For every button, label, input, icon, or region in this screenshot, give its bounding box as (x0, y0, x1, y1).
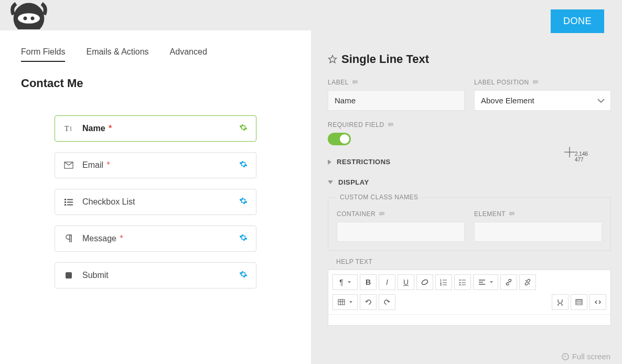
field-label: Name * (82, 124, 239, 133)
form-builder-panel: Form Fields Emails & Actions Advanced Co… (0, 30, 311, 364)
container-class-input[interactable] (337, 222, 465, 242)
svg-rect-7 (65, 199, 66, 200)
required-toggle[interactable] (328, 133, 351, 145)
svg-point-22 (459, 280, 460, 281)
paragraph-icon (63, 233, 74, 244)
field-label: Email * (82, 160, 239, 170)
envelope-icon (63, 160, 74, 170)
svg-point-26 (459, 284, 460, 285)
svg-text:T: T (65, 125, 69, 133)
unlink-button[interactable] (519, 274, 536, 290)
help-icon (509, 211, 515, 217)
editor-content[interactable] (328, 315, 610, 325)
help-icon (388, 122, 394, 127)
done-button[interactable]: DONE (551, 9, 604, 33)
field-row[interactable]: Submit (55, 262, 256, 288)
help-text-editor: ¶ B I U 123 (328, 270, 611, 326)
field-row[interactable]: TName * (55, 115, 256, 142)
display-section[interactable]: DISPLAY (328, 178, 611, 186)
tabs: Form Fields Emails & Actions Advanced (21, 47, 290, 62)
form-title: Contact Me (21, 77, 290, 90)
help-text-heading: HELP TEXT (328, 258, 611, 265)
svg-point-1 (18, 13, 40, 24)
field-settings-gear-icon[interactable] (239, 233, 248, 244)
svg-marker-14 (329, 56, 337, 63)
text-icon: T (63, 123, 74, 134)
required-heading: REQUIRED FIELD (328, 121, 611, 129)
expand-icon (328, 159, 331, 165)
field-label: Checkbox List (82, 197, 239, 207)
bold-button[interactable]: B (360, 274, 377, 290)
tab-emails-actions[interactable]: Emails & Actions (86, 47, 148, 62)
favorite-star-icon[interactable] (328, 55, 337, 64)
field-settings-gear-icon[interactable] (239, 270, 248, 281)
code-button[interactable] (589, 294, 606, 310)
tab-form-fields[interactable]: Form Fields (21, 47, 65, 62)
label-position-select[interactable]: Above Element (474, 90, 611, 111)
svg-point-24 (459, 282, 460, 283)
list-icon (63, 197, 74, 207)
element-class-input[interactable] (474, 222, 602, 242)
collapse-icon (328, 180, 333, 184)
field-label: Submit (82, 271, 239, 280)
svg-rect-9 (65, 201, 66, 203)
svg-point-3 (31, 17, 35, 20)
unordered-list-button[interactable] (454, 274, 471, 290)
plus-circle-icon: + (562, 353, 569, 360)
fullscreen-toggle[interactable]: + Full screen (562, 352, 610, 361)
field-settings-gear-icon[interactable] (239, 160, 248, 170)
svg-rect-11 (65, 204, 66, 206)
link-button[interactable] (500, 274, 517, 290)
field-label: Message * (82, 234, 239, 243)
help-icon (379, 211, 385, 217)
redo-button[interactable] (379, 294, 395, 310)
label-input[interactable] (328, 90, 465, 111)
label-position-heading: LABEL POSITION (474, 79, 611, 86)
italic-button[interactable]: I (379, 274, 395, 290)
merge-tag-button[interactable] (552, 294, 569, 310)
field-settings-gear-icon[interactable] (239, 123, 248, 134)
source-button[interactable] (571, 294, 587, 310)
clear-format-button[interactable] (416, 274, 433, 290)
help-icon (352, 80, 358, 85)
field-settings-panel: Single Line Text LABEL LABEL POSITION Ab… (328, 52, 611, 326)
svg-rect-32 (338, 299, 345, 305)
field-type-title: Single Line Text (341, 52, 429, 66)
ninja-logo (10, 0, 47, 31)
svg-point-15 (421, 279, 428, 286)
container-heading: CONTAINER (337, 210, 465, 218)
label-heading: LABEL (328, 79, 465, 86)
restrictions-section[interactable]: RESTRICTIONS (328, 158, 611, 166)
field-row[interactable]: Checkbox List (55, 189, 256, 215)
field-settings-gear-icon[interactable] (239, 197, 248, 207)
custom-class-fieldset: CUSTOM CLASS NAMES CONTAINER ELEMENT (328, 194, 611, 251)
help-icon (532, 80, 539, 85)
ordered-list-button[interactable]: 123 (435, 274, 452, 290)
element-heading: ELEMENT (474, 210, 602, 218)
field-row[interactable]: Message * (55, 226, 256, 252)
square-icon (63, 270, 74, 281)
paragraph-format-button[interactable]: ¶ (333, 274, 358, 290)
svg-point-2 (24, 17, 27, 20)
align-button[interactable] (473, 274, 498, 290)
svg-text:3: 3 (440, 283, 442, 286)
underline-button[interactable]: U (398, 274, 414, 290)
table-button[interactable] (333, 294, 358, 310)
field-row[interactable]: Email * (55, 152, 256, 178)
tab-advanced[interactable]: Advanced (170, 47, 207, 62)
undo-button[interactable] (360, 294, 377, 310)
svg-rect-13 (66, 272, 72, 279)
